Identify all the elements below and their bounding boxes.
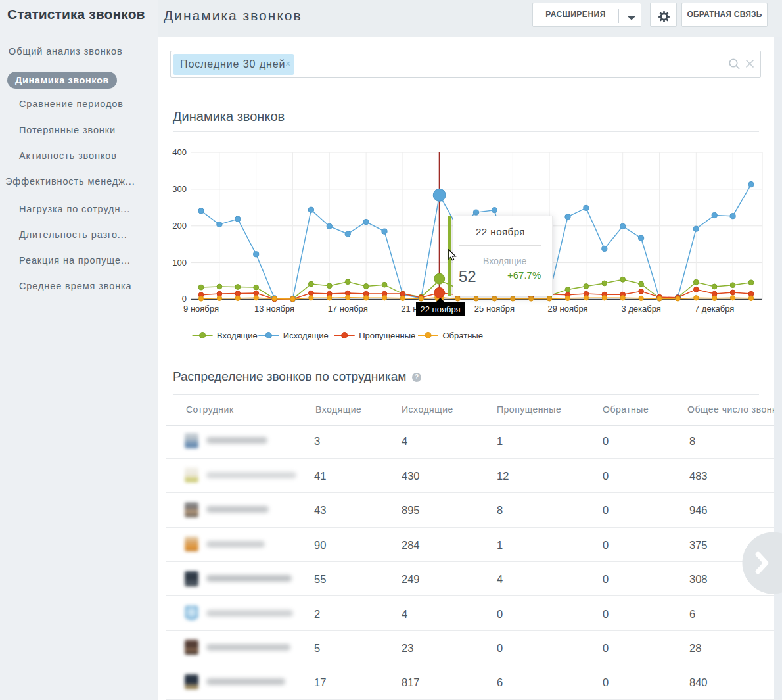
svg-text:13 ноября: 13 ноября: [254, 304, 294, 314]
svg-text:Входящие: Входящие: [217, 331, 258, 340]
svg-text:Пропущенные: Пропущенные: [359, 331, 415, 340]
svg-text:25 ноября: 25 ноября: [474, 304, 515, 314]
svg-text:400: 400: [172, 147, 187, 157]
svg-text:9 ноября: 9 ноября: [183, 304, 219, 314]
svg-text:300: 300: [172, 184, 187, 194]
svg-text:100: 100: [172, 258, 187, 268]
svg-text:29 ноября: 29 ноября: [547, 304, 587, 314]
svg-text:3 декабря: 3 декабря: [621, 304, 660, 314]
svg-text:7 декабря: 7 декабря: [695, 304, 734, 314]
svg-text:17 ноября: 17 ноября: [328, 304, 368, 314]
svg-text:200: 200: [172, 221, 187, 231]
svg-text:Исходящие: Исходящие: [283, 331, 329, 340]
svg-text:Обратные: Обратные: [443, 331, 483, 340]
svg-text:0: 0: [182, 294, 187, 304]
